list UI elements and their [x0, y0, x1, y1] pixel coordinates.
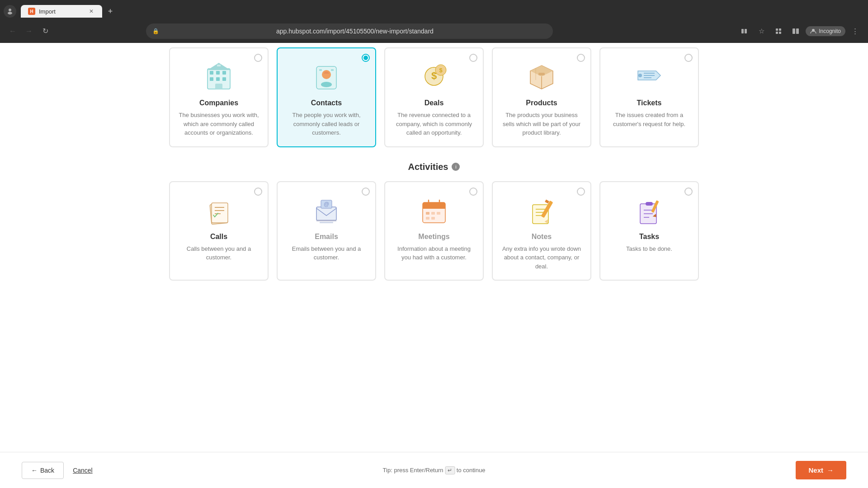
- reload-button[interactable]: ↻: [38, 24, 52, 38]
- notes-title: Notes: [532, 233, 552, 241]
- activities-header: Activities i: [90, 162, 778, 172]
- emails-card[interactable]: @ Emails Emails between you and a custom…: [277, 181, 376, 281]
- tasks-desc: Tasks to be done.: [626, 244, 672, 253]
- companies-icon: [201, 57, 237, 94]
- page-body: Companies The businesses you work with, …: [0, 43, 868, 452]
- back-nav-button[interactable]: ←: [5, 24, 20, 38]
- notes-desc: Any extra info you wrote down about a co…: [500, 244, 583, 271]
- extension-button[interactable]: [771, 24, 786, 38]
- meetings-title: Meetings: [418, 233, 449, 241]
- back-button[interactable]: ← Back: [22, 462, 64, 479]
- tab-favicon: H: [28, 8, 35, 15]
- calls-card[interactable]: Calls Calls between you and a customer.: [169, 181, 269, 281]
- svg-point-1: [8, 12, 12, 14]
- browser-chrome: H Import ✕ + ← → ↻ 🔒 app.hubspot.com/imp…: [0, 0, 868, 43]
- svg-rect-18: [215, 84, 222, 89]
- tasks-card[interactable]: Tasks Tasks to be done.: [599, 181, 699, 281]
- products-card[interactable]: Products The products your business sell…: [492, 47, 591, 147]
- incognito-label: Incognito: [819, 28, 841, 34]
- meetings-card[interactable]: Meetings Information about a meeting you…: [384, 181, 484, 281]
- calls-desc: Calls between you and a customer.: [177, 244, 260, 262]
- active-tab[interactable]: H Import ✕: [21, 5, 102, 18]
- svg-rect-51: [423, 207, 445, 209]
- contacts-desc: The people you work with, commonly calle…: [285, 111, 368, 137]
- svg-rect-55: [431, 212, 435, 215]
- menu-button[interactable]: ⋮: [848, 24, 863, 38]
- svg-rect-15: [210, 77, 213, 81]
- objects-cards-section: Companies The businesses you work with, …: [90, 47, 778, 147]
- products-title: Products: [526, 99, 557, 107]
- svg-rect-5: [779, 28, 781, 31]
- svg-rect-24: [319, 69, 322, 71]
- url-text: app.hubspot.com/import/45105500/new-impo…: [163, 28, 547, 35]
- url-bar[interactable]: 🔒 app.hubspot.com/import/45105500/new-im…: [146, 23, 553, 39]
- products-desc: The products your business sells which w…: [500, 111, 583, 137]
- next-button[interactable]: Next →: [796, 461, 846, 479]
- deals-card[interactable]: $ $ Deals The revenue connected to a com…: [384, 47, 484, 147]
- svg-point-22: [322, 70, 331, 79]
- reader-mode-button[interactable]: [737, 24, 751, 38]
- svg-rect-25: [331, 69, 334, 71]
- svg-rect-34: [538, 73, 545, 75]
- svg-rect-3: [745, 29, 747, 33]
- tab-bar: H Import ✕ +: [0, 0, 868, 19]
- svg-rect-57: [426, 217, 429, 220]
- nav-button-group: [4, 5, 16, 18]
- forward-nav-button[interactable]: →: [22, 24, 36, 38]
- svg-rect-17: [222, 77, 226, 81]
- bookmark-star-button[interactable]: ☆: [754, 24, 769, 38]
- calls-radio[interactable]: [254, 188, 262, 196]
- tickets-card[interactable]: Tickets The issues created from a custom…: [599, 47, 699, 147]
- svg-rect-8: [793, 28, 795, 34]
- tasks-radio[interactable]: [684, 188, 693, 196]
- next-arrow-icon: →: [827, 466, 834, 474]
- companies-title: Companies: [199, 99, 238, 107]
- activities-info-icon[interactable]: i: [452, 163, 460, 171]
- notes-card[interactable]: Notes Any extra info you wrote down abou…: [492, 181, 591, 281]
- svg-rect-14: [222, 71, 226, 75]
- svg-rect-54: [426, 212, 429, 215]
- companies-radio[interactable]: [254, 54, 262, 62]
- deals-radio[interactable]: [469, 54, 477, 62]
- svg-rect-7: [779, 32, 781, 34]
- cancel-label: Cancel: [73, 467, 93, 474]
- products-radio[interactable]: [577, 54, 585, 62]
- calls-icon: [201, 191, 237, 227]
- meetings-radio[interactable]: [469, 188, 477, 196]
- svg-text:$: $: [439, 67, 443, 74]
- bottom-bar: ← Back Cancel Tip: press Enter/Return ↵ …: [0, 452, 868, 488]
- incognito-badge[interactable]: Incognito: [806, 26, 845, 36]
- calls-title: Calls: [210, 233, 227, 241]
- svg-rect-4: [776, 28, 778, 31]
- notes-radio[interactable]: [577, 188, 585, 196]
- meetings-desc: Information about a meeting you had with…: [392, 244, 476, 262]
- svg-rect-46: [320, 222, 333, 223]
- companies-card[interactable]: Companies The businesses you work with, …: [169, 47, 269, 147]
- new-tab-button[interactable]: +: [104, 5, 117, 18]
- svg-text:@: @: [324, 201, 329, 207]
- profile-button[interactable]: [4, 5, 16, 18]
- svg-point-23: [321, 82, 332, 87]
- activities-title: Activities: [408, 162, 448, 172]
- products-icon: [524, 57, 560, 94]
- emails-radio[interactable]: [362, 188, 370, 196]
- tickets-desc: The issues created from a customer's req…: [608, 111, 691, 128]
- address-bar: ← → ↻ 🔒 app.hubspot.com/import/45105500/…: [0, 19, 868, 43]
- tab-close-button[interactable]: ✕: [88, 8, 95, 15]
- emails-title: Emails: [315, 233, 338, 241]
- back-label: Back: [40, 467, 54, 474]
- svg-rect-56: [437, 212, 440, 215]
- contacts-radio[interactable]: [362, 54, 370, 62]
- contacts-card[interactable]: Contacts The people you work with, commo…: [277, 47, 376, 147]
- svg-rect-40: [212, 203, 228, 223]
- tip-text: Tip: press Enter/Return ↵ to continue: [383, 467, 486, 474]
- svg-rect-67: [646, 202, 653, 206]
- back-arrow-icon: ←: [31, 467, 38, 474]
- tickets-radio[interactable]: [684, 54, 693, 62]
- svg-rect-13: [216, 71, 220, 75]
- notes-icon: [524, 191, 560, 227]
- split-view-button[interactable]: [788, 24, 803, 38]
- tickets-title: Tickets: [637, 99, 662, 107]
- contacts-icon: [308, 57, 344, 94]
- cancel-button[interactable]: Cancel: [73, 467, 93, 474]
